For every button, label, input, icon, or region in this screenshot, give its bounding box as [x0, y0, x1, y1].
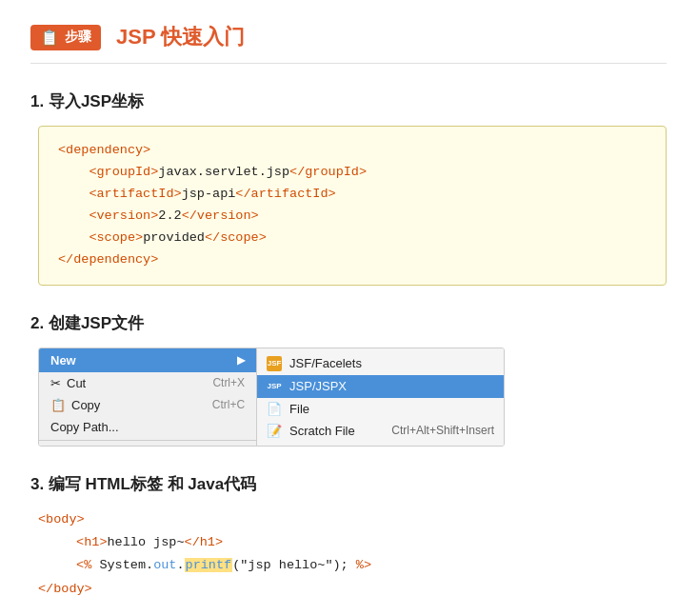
menu-new-label: New [50, 353, 76, 368]
code-line-3: <artifactId>jsp-api</artifactId> [58, 184, 647, 206]
code-line-1: <dependency> [58, 140, 647, 162]
code-line-4: <version>2.2</version> [58, 206, 647, 228]
cut-icon: ✂ [50, 376, 61, 390]
menu-item-copy-path[interactable]: Copy Path... [39, 416, 256, 438]
cut-shortcut: Ctrl+X [212, 376, 245, 389]
scratch-icon: 📝 [267, 424, 282, 438]
menu-arrow-icon: ▶ [237, 354, 245, 367]
menu-separator [39, 440, 256, 441]
jsf-icon: JSF [267, 356, 282, 371]
scratch-shortcut: Ctrl+Alt+Shift+Insert [391, 424, 494, 437]
section3-heading: 3. 编写 HTML标签 和 Java代码 [30, 473, 667, 495]
copy-shortcut: Ctrl+C [212, 398, 245, 411]
badge-label: 步骤 [65, 29, 91, 46]
copy-label: 📋 Copy [50, 398, 100, 412]
section-import-dependency: 1. 导入JSP坐标 <dependency> <groupId>javax.s… [30, 90, 667, 286]
menu-item-copy[interactable]: 📋 Copy Ctrl+C [39, 394, 256, 416]
code-line-2: <groupId>javax.servlet.jsp</groupId> [58, 162, 647, 184]
menu-header-new: New ▶ [39, 348, 256, 372]
java-line-4: </body> [38, 578, 667, 601]
menu-screenshot: New ▶ ✂ Cut Ctrl+X 📋 Copy Ctrl+C [38, 348, 505, 447]
cut-label: ✂ Cut [50, 376, 86, 390]
section2-heading: 2. 创建JSP文件 [30, 312, 667, 334]
java-line-2: <h1>hello jsp~</h1> [38, 531, 667, 554]
jsp-label: JSP/JSPX [289, 379, 347, 393]
page-header: 📋 步骤 JSP 快速入门 [30, 23, 667, 64]
file-icon: 📄 [267, 402, 282, 416]
section-write-code: 3. 编写 HTML标签 和 Java代码 <body> <h1>hello j… [30, 473, 667, 601]
page-title: JSP 快速入门 [116, 23, 245, 51]
menu-right-jsp[interactable]: JSP JSP/JSPX [257, 375, 504, 398]
menu-right-file[interactable]: 📄 File [257, 398, 504, 420]
menu-right-scratch[interactable]: 📝 Scratch File Ctrl+Alt+Shift+Insert [257, 420, 504, 442]
menu-right-panel: JSF JSF/Facelets JSP JSP/JSPX 📄 File 📝 S… [257, 348, 504, 446]
xml-code-block: <dependency> <groupId>javax.servlet.jsp<… [38, 126, 667, 286]
copy-icon: 📋 [50, 398, 66, 412]
file-label: File [289, 402, 309, 416]
scratch-label: Scratch File [289, 424, 355, 438]
jsf-label: JSF/Facelets [289, 356, 362, 370]
section-create-jsp: 2. 创建JSP文件 New ▶ ✂ Cut Ctrl+X 📋 [30, 312, 667, 447]
menu-left-panel: New ▶ ✂ Cut Ctrl+X 📋 Copy Ctrl+C [39, 348, 257, 446]
copy-path-label: Copy Path... [50, 420, 119, 434]
menu-right-jsf[interactable]: JSF JSF/Facelets [257, 352, 504, 375]
badge-icon: 📋 [40, 29, 59, 47]
java-line-1: <body> [38, 508, 667, 531]
code-line-6: </dependency> [58, 249, 647, 271]
java-code-block: <body> <h1>hello jsp~</h1> <% System.out… [38, 508, 667, 601]
menu-row: New ▶ ✂ Cut Ctrl+X 📋 Copy Ctrl+C [39, 348, 504, 446]
badge: 📋 步骤 [30, 25, 101, 50]
menu-item-cut[interactable]: ✂ Cut Ctrl+X [39, 372, 256, 394]
jsp-icon: JSP [267, 379, 282, 394]
java-line-3: <% System.out.printf("jsp hello~"); %> [38, 554, 667, 577]
code-line-5: <scope>provided</scope> [58, 228, 647, 249]
section1-heading: 1. 导入JSP坐标 [30, 90, 667, 112]
